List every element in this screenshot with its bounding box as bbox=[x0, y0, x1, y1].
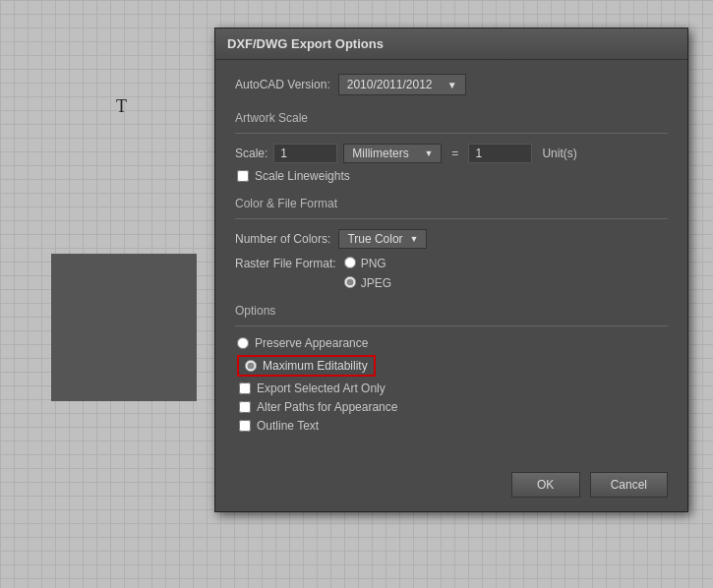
color-file-format-label: Color & File Format bbox=[235, 197, 668, 210]
artwork-scale-label: Artwork Scale bbox=[235, 111, 668, 125]
autocad-version-value: 2010/2011/2012 bbox=[347, 78, 433, 91]
color-format-divider bbox=[235, 218, 668, 219]
alter-paths-row: Alter Paths for Appearance bbox=[239, 400, 668, 414]
preserve-appearance-label: Preserve Appearance bbox=[255, 336, 368, 350]
raster-jpeg-radio[interactable] bbox=[344, 276, 356, 288]
num-colors-label: Number of Colors: bbox=[235, 232, 330, 246]
max-editability-label: Maximum Editability bbox=[263, 359, 368, 373]
export-selected-art-label: Export Selected Art Only bbox=[257, 382, 386, 395]
autocad-version-label: AutoCAD Version: bbox=[235, 78, 330, 91]
export-selected-art-row: Export Selected Art Only bbox=[239, 382, 668, 395]
max-editability-row: Maximum Editability bbox=[237, 355, 376, 377]
equals-sign: = bbox=[451, 147, 458, 160]
alter-paths-label: Alter Paths for Appearance bbox=[257, 400, 397, 414]
num-colors-select[interactable]: True Color ▼ bbox=[338, 229, 427, 249]
outline-text-checkbox[interactable] bbox=[239, 420, 251, 432]
canvas-object bbox=[51, 254, 197, 401]
artwork-scale-section: Artwork Scale Scale: Millimeters ▼ = Uni… bbox=[235, 111, 668, 183]
dxf-dwg-export-dialog: DXF/DWG Export Options AutoCAD Version: … bbox=[214, 28, 688, 512]
num-colors-value: True Color bbox=[347, 232, 402, 246]
preserve-appearance-row: Preserve Appearance bbox=[237, 336, 668, 350]
raster-options: PNG JPEG bbox=[344, 255, 391, 290]
unit-select[interactable]: Millimeters ▼ bbox=[343, 144, 442, 163]
options-label: Options bbox=[235, 304, 668, 318]
raster-format-label: Raster File Format: bbox=[235, 257, 336, 270]
unit-select-arrow-icon: ▼ bbox=[424, 148, 433, 158]
scale-lineweights-checkbox[interactable] bbox=[237, 170, 249, 182]
raster-format-row: Raster File Format: PNG JPEG bbox=[235, 255, 668, 290]
dialog-titlebar: DXF/DWG Export Options bbox=[215, 29, 687, 60]
color-file-format-section: Color & File Format Number of Colors: Tr… bbox=[235, 197, 668, 290]
outline-text-label: Outline Text bbox=[257, 419, 319, 433]
scale-row: Scale: Millimeters ▼ = Unit(s) bbox=[235, 144, 668, 163]
autocad-version-row: AutoCAD Version: 2010/2011/2012 ▼ bbox=[235, 74, 668, 95]
num-colors-row: Number of Colors: True Color ▼ bbox=[235, 229, 668, 249]
text-cursor: T bbox=[116, 96, 127, 117]
dialog-body: AutoCAD Version: 2010/2011/2012 ▼ Artwor… bbox=[215, 60, 687, 462]
autocad-version-arrow-icon: ▼ bbox=[447, 80, 457, 90]
units-suffix: Unit(s) bbox=[542, 147, 576, 160]
alter-paths-checkbox[interactable] bbox=[239, 401, 251, 413]
max-editability-radio[interactable] bbox=[245, 360, 257, 372]
options-section: Options Preserve Appearance Maximum Edit… bbox=[235, 304, 668, 433]
autocad-version-select[interactable]: 2010/2011/2012 ▼ bbox=[338, 74, 466, 95]
raster-png-label: PNG bbox=[361, 257, 386, 270]
raster-png-row: PNG bbox=[344, 255, 391, 270]
num-colors-arrow-icon: ▼ bbox=[409, 234, 418, 244]
ok-button[interactable]: OK bbox=[511, 472, 580, 498]
artwork-scale-divider bbox=[235, 133, 668, 134]
cancel-button[interactable]: Cancel bbox=[590, 472, 668, 498]
preserve-appearance-radio[interactable] bbox=[237, 337, 249, 349]
scale-input[interactable] bbox=[273, 144, 337, 163]
unit-select-value: Millimeters bbox=[352, 147, 408, 160]
dialog-title: DXF/DWG Export Options bbox=[227, 36, 384, 51]
scale-lineweights-label: Scale Lineweights bbox=[255, 169, 350, 183]
dialog-buttons: OK Cancel bbox=[215, 462, 687, 511]
scale-label: Scale: bbox=[235, 147, 267, 160]
raster-jpeg-label: JPEG bbox=[361, 276, 391, 290]
raster-png-radio[interactable] bbox=[344, 257, 356, 268]
outline-text-row: Outline Text bbox=[239, 419, 668, 433]
scale-lineweights-row: Scale Lineweights bbox=[237, 169, 668, 183]
export-selected-art-checkbox[interactable] bbox=[239, 382, 251, 394]
unit-input[interactable] bbox=[468, 144, 532, 163]
options-divider bbox=[235, 325, 668, 326]
raster-jpeg-row: JPEG bbox=[344, 274, 391, 290]
